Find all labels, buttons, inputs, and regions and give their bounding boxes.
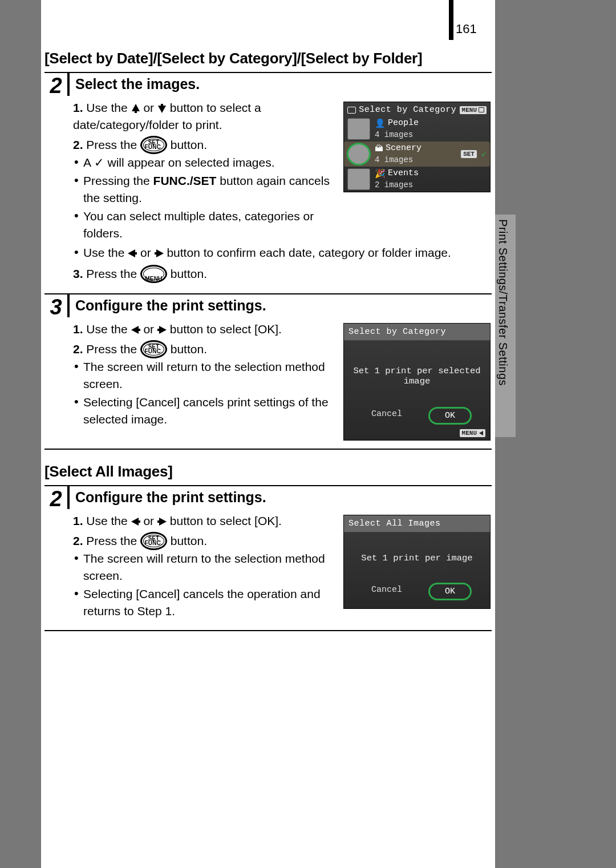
camera-message: Set 1 print per image [344, 532, 490, 579]
people-icon: 👤 [375, 119, 386, 130]
step-2-select-images: 2 Select the images. 1. Use the [44, 72, 492, 293]
arrow-left-icon [128, 249, 137, 258]
arrow-up-icon [131, 104, 140, 113]
check-icon: ✓ [481, 149, 487, 160]
ok-button: OK [428, 583, 472, 600]
camera-title: Select by Category [344, 324, 490, 341]
step-text-wide: Use the or button to confirm each date, … [67, 244, 492, 283]
thumbnail [347, 143, 370, 165]
arrow-right-icon [157, 325, 167, 334]
step-number: 3 [44, 294, 67, 449]
camera-screenshot-select-by-category: Select by Category MENU 👤People [343, 99, 492, 244]
func-set-button-icon: FUNC. SET [140, 532, 167, 550]
arrow-left-icon [131, 325, 140, 334]
category-row-selected: 🏔Scenery 4 images SET ✓ [344, 142, 490, 167]
section-2-heading: [Select All Images] [44, 462, 488, 481]
camera-screenshot-confirm-1: Select by Category Set 1 print per selec… [343, 321, 492, 441]
category-row: 🎉Events 2 images [344, 167, 490, 192]
set-badge: SET [461, 150, 477, 158]
camera-message: Set 1 print per selected image [344, 341, 490, 403]
cart-icon [347, 107, 356, 114]
arrow-down-icon [157, 104, 167, 113]
print-icon [479, 107, 484, 112]
steps-block-2: 2 Configure the print settings. 1. Use t… [44, 485, 492, 631]
func-set-button-icon: FUNC. SET [140, 340, 167, 358]
back-arrow-icon [479, 431, 483, 435]
arrow-left-icon [131, 517, 140, 526]
thumbnail [347, 168, 370, 190]
thumbnail [347, 118, 370, 140]
func-set-button-icon: FUNC. SET [140, 136, 167, 154]
menu-badge: MENU [460, 106, 487, 114]
camera-screenshot-confirm-2: Select All Images Set 1 print per image … [343, 512, 492, 622]
camera-title: Select by Category [356, 105, 460, 115]
steps-block-1: 2 Select the images. 1. Use the [44, 72, 492, 450]
step-text: 1. Use the or button to select a date/ca… [73, 99, 335, 244]
page-number-bar [449, 0, 453, 40]
arrow-right-icon [157, 517, 167, 526]
step-2-configure-print-all: 2 Configure the print settings. 1. Use t… [44, 485, 492, 631]
step-3-configure-print: 3 Configure the print settings. 1. Use t… [44, 293, 492, 450]
menu-button-icon: MENU [140, 265, 167, 283]
page-number: 161 [456, 22, 477, 37]
step-number: 2 [44, 73, 67, 293]
category-row: 👤People 4 images [344, 116, 490, 142]
step-text: 1. Use the or button to select [OK]. [73, 512, 335, 622]
step-title: Configure the print settings. [67, 294, 492, 317]
step-title: Select the images. [67, 73, 492, 96]
cancel-button: Cancel [362, 407, 411, 425]
step-text: 1. Use the or button to select [OK]. [73, 321, 335, 441]
step-title: Configure the print settings. [67, 486, 492, 509]
scenery-icon: 🏔 [375, 144, 383, 155]
ok-button: OK [428, 407, 472, 425]
cancel-button: Cancel [362, 583, 411, 600]
events-icon: 🎉 [375, 169, 386, 180]
side-tab-label: Print Settings/Transfer Settings [496, 219, 509, 386]
arrow-right-icon [155, 249, 164, 258]
camera-title: Select All Images [344, 515, 490, 532]
menu-back-badge: MENU [460, 429, 485, 437]
manual-page: 161 [Select by Date]/[Select by Category… [41, 0, 495, 868]
step-number: 2 [44, 486, 67, 630]
section-1-heading: [Select by Date]/[Select by Category]/[S… [44, 49, 488, 67]
